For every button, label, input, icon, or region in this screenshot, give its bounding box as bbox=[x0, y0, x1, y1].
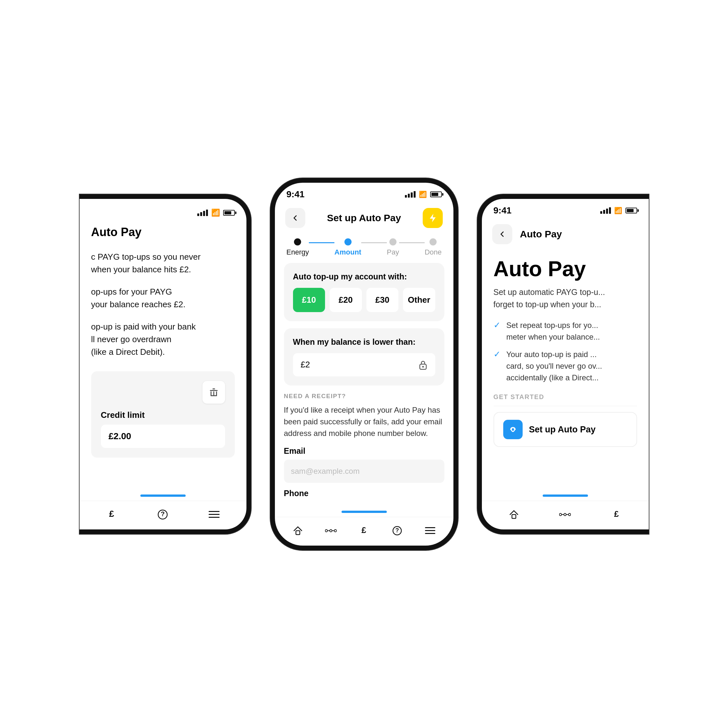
step-line-3 bbox=[399, 242, 425, 243]
svg-point-13 bbox=[422, 366, 424, 367]
auto-pay-hero-title: Auto Pay bbox=[494, 257, 637, 281]
svg-text:?: ? bbox=[395, 527, 399, 534]
lock-icon bbox=[419, 359, 428, 370]
left-phone: 📶 Auto Pay c PAYG top-ups so you neverwh… bbox=[80, 194, 251, 534]
center-page-title: Set up Auto Pay bbox=[327, 213, 401, 223]
svg-rect-23 bbox=[425, 527, 435, 528]
balance-card: When my balance is lower than: £2 bbox=[284, 328, 444, 385]
step-label-done: Done bbox=[425, 248, 442, 257]
step-dot-energy bbox=[294, 239, 301, 245]
checkmark-icon-1: ✓ bbox=[494, 320, 501, 330]
left-page-title: Auto Pay bbox=[91, 225, 142, 239]
center-bottom-indicator bbox=[341, 511, 387, 513]
svg-rect-1 bbox=[213, 388, 215, 389]
checkmark-icon-2: ✓ bbox=[494, 349, 501, 359]
check-item-1: ✓ Set repeat top-ups for yo...meter when… bbox=[494, 320, 637, 343]
phone-label: Phone bbox=[284, 489, 444, 498]
receipt-desc: If you'd like a receipt when your Auto P… bbox=[284, 404, 444, 439]
center-nav-activity[interactable] bbox=[323, 522, 339, 539]
email-input[interactable]: sam@example.com bbox=[284, 460, 444, 483]
check-text-2: Your auto top-up is paid ...card, so you… bbox=[506, 349, 602, 384]
balance-card-title: When my balance is lower than: bbox=[293, 337, 435, 347]
bottom-indicator bbox=[140, 494, 186, 497]
left-desc1: c PAYG top-ups so you neverwhen your bal… bbox=[91, 251, 235, 276]
center-status-time: 9:41 bbox=[286, 189, 305, 200]
balance-row: £2 bbox=[293, 353, 435, 376]
svg-rect-9 bbox=[209, 511, 220, 512]
right-header: Auto Pay bbox=[482, 219, 649, 249]
nav-bar: £ ? bbox=[80, 501, 246, 529]
check-text-1: Set repeat top-ups for yo...meter when y… bbox=[506, 320, 600, 343]
svg-rect-26 bbox=[512, 515, 516, 518]
center-nav-menu[interactable] bbox=[422, 522, 439, 539]
left-desc3: op-up is paid with your bankll never go … bbox=[91, 321, 235, 358]
svg-point-17 bbox=[334, 529, 336, 532]
svg-point-15 bbox=[325, 529, 327, 532]
right-nav-pound[interactable]: £ bbox=[608, 506, 625, 523]
back-button[interactable] bbox=[285, 208, 305, 228]
email-label: Email bbox=[284, 446, 444, 456]
amount-other-button[interactable]: Other bbox=[403, 288, 435, 312]
nav-menu-icon[interactable] bbox=[206, 506, 223, 523]
svg-rect-3 bbox=[213, 392, 214, 396]
center-nav-pound[interactable]: £ bbox=[355, 522, 372, 539]
right-nav-bar: £ bbox=[482, 501, 649, 529]
svg-text:£: £ bbox=[362, 526, 366, 535]
topup-card: Auto top-up my account with: £10 £20 £30… bbox=[284, 263, 444, 321]
lightning-button[interactable] bbox=[423, 208, 443, 228]
right-body: Auto Pay Set up automatic PAYG top-u...f… bbox=[482, 249, 649, 529]
receipt-section: NEED A RECEIPT? If you'd like a receipt … bbox=[275, 393, 453, 508]
right-nav-home[interactable] bbox=[505, 506, 522, 523]
credit-limit-label: Credit limit bbox=[101, 410, 225, 420]
right-bottom-indicator bbox=[543, 494, 588, 497]
svg-rect-5 bbox=[211, 395, 217, 396]
svg-rect-25 bbox=[425, 533, 435, 534]
step-label-amount: Amount bbox=[334, 248, 361, 257]
check-list: ✓ Set repeat top-ups for yo...meter when… bbox=[494, 320, 637, 384]
amount-30-button[interactable]: £30 bbox=[366, 288, 399, 312]
svg-text:?: ? bbox=[161, 510, 165, 517]
center-header: Set up Auto Pay bbox=[275, 203, 453, 233]
svg-point-16 bbox=[330, 529, 332, 532]
svg-point-29 bbox=[569, 513, 571, 515]
progress-stepper: Energy Amount Pay Done bbox=[275, 233, 453, 263]
right-back-button[interactable] bbox=[492, 224, 512, 244]
step-line-1 bbox=[309, 242, 334, 243]
center-nav-home[interactable] bbox=[289, 522, 306, 539]
setup-autopay-button[interactable]: Set up Auto Pay bbox=[494, 412, 637, 447]
svg-rect-10 bbox=[209, 514, 220, 515]
nav-pound-icon[interactable]: £ bbox=[103, 506, 120, 523]
svg-point-27 bbox=[560, 513, 562, 515]
svg-rect-11 bbox=[209, 517, 220, 518]
step-label-energy: Energy bbox=[286, 248, 309, 257]
center-phone: 9:41 📶 bbox=[271, 178, 458, 550]
right-page-title: Auto Pay bbox=[520, 229, 562, 240]
center-nav-help[interactable]: ? bbox=[389, 522, 405, 539]
step-line-2 bbox=[361, 242, 387, 243]
amount-options: £10 £20 £30 Other bbox=[293, 288, 435, 312]
right-status-time: 9:41 bbox=[494, 205, 512, 216]
check-item-2: ✓ Your auto top-up is paid ...card, so y… bbox=[494, 349, 637, 384]
amount-10-button[interactable]: £10 bbox=[293, 288, 325, 312]
delete-icon[interactable] bbox=[202, 381, 225, 404]
nav-help-icon[interactable]: ? bbox=[154, 506, 171, 523]
svg-rect-24 bbox=[425, 530, 435, 531]
step-dot-pay bbox=[389, 239, 396, 245]
svg-rect-0 bbox=[210, 390, 218, 391]
right-nav-activity[interactable] bbox=[557, 506, 574, 523]
svg-rect-14 bbox=[296, 531, 300, 535]
infinity-badge bbox=[503, 420, 523, 439]
receipt-label: NEED A RECEIPT? bbox=[284, 393, 444, 400]
get-started-label: GET STARTED bbox=[494, 393, 637, 401]
right-phone: 9:41 📶 bbox=[477, 194, 649, 534]
svg-rect-2 bbox=[211, 392, 211, 396]
email-placeholder: sam@example.com bbox=[291, 467, 359, 476]
credit-limit-card: Credit limit £2.00 bbox=[91, 371, 235, 457]
svg-rect-4 bbox=[216, 392, 217, 396]
svg-text:£: £ bbox=[109, 509, 114, 519]
left-desc2: op-ups for your PAYGyour balance reaches… bbox=[91, 286, 235, 311]
svg-point-28 bbox=[564, 513, 566, 515]
amount-20-button[interactable]: £20 bbox=[330, 288, 362, 312]
credit-limit-value: £2.00 bbox=[101, 425, 225, 448]
balance-value: £2 bbox=[301, 359, 310, 370]
